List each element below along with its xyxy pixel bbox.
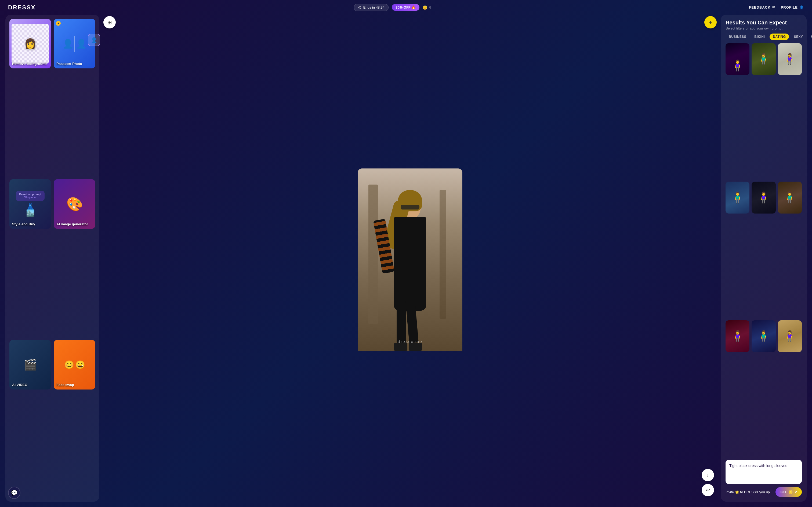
main-layout: 👩 Remove background 👤 👤 ★ Passport Photo xyxy=(0,15,812,507)
style-buy-label: Style and Buy xyxy=(12,222,35,227)
result-card-5[interactable]: 🧍‍♀️ xyxy=(752,182,775,214)
tab-dating[interactable]: DATING xyxy=(770,34,789,40)
grid-view-button[interactable]: ⊞ xyxy=(103,16,116,29)
card-face-swap[interactable]: 😊 😄 Face swap xyxy=(54,340,95,390)
feedback-button[interactable]: FEEDBACK ✉ xyxy=(749,5,775,9)
download-button[interactable]: ↓ xyxy=(702,469,714,481)
go-label: GO xyxy=(780,490,786,494)
main-photo: dressx.me xyxy=(358,168,462,364)
filter-tabs: BUSINESS BIKINI DATING SEXY WEDDING › xyxy=(725,34,802,40)
tab-sexy[interactable]: SEXY xyxy=(791,34,806,40)
prompt-box[interactable]: Tight black dress with long sleeves xyxy=(725,460,802,484)
coin-icon: 🪙 xyxy=(423,5,427,10)
profile-label: PROFILE xyxy=(781,5,798,9)
feedback-label: FEEDBACK xyxy=(749,5,770,9)
remove-bg-label: Remove background xyxy=(12,62,47,66)
card-ai-image[interactable]: 🎨 AI image generator xyxy=(54,179,95,229)
result-card-3[interactable]: 🧍‍♀️ xyxy=(778,43,802,75)
tab-bikini[interactable]: BIKINI xyxy=(751,34,768,40)
plus-icon: + xyxy=(709,18,712,26)
thumbnail-item[interactable]: 👤 xyxy=(88,34,100,46)
face-swap-label: Face swap xyxy=(56,383,74,387)
clock-icon: ⏱ xyxy=(358,5,362,10)
download-icon: ↓ xyxy=(707,472,709,478)
share-button[interactable]: ↩ xyxy=(702,484,714,496)
thumbnail-strip: 👤 xyxy=(88,34,100,46)
result-card-4[interactable]: 🧍‍♂️ xyxy=(725,182,750,214)
user-icon: 👤 xyxy=(799,5,804,9)
result-card-1[interactable]: 🧍‍♀️ xyxy=(725,43,750,75)
card-style-buy[interactable]: Based on prompt Shop now 👗 🏙️ Style and … xyxy=(9,179,51,229)
profile-button[interactable]: PROFILE 👤 xyxy=(781,5,804,9)
discount-badge[interactable]: 30% OFF 🔥 xyxy=(392,4,419,11)
side-actions: ↓ ↩ xyxy=(702,469,714,496)
go-button[interactable]: GO 🪙 2 xyxy=(775,487,802,497)
result-card-9[interactable]: 🧍‍♀️ xyxy=(778,320,802,352)
tab-business[interactable]: BUSINESS xyxy=(725,34,750,40)
ai-video-label: AI VIDEO xyxy=(12,383,28,387)
results-grid: 🧍‍♀️ 🧍‍♂️ 🧍‍♀️ 🧍‍♂️ � xyxy=(725,43,802,457)
add-photo-button[interactable]: + xyxy=(704,16,717,29)
ai-image-label: AI image generator xyxy=(56,222,88,227)
card-remove-bg[interactable]: 👩 Remove background xyxy=(9,19,51,68)
chat-button[interactable]: 💬 xyxy=(8,487,20,499)
mail-icon: ✉ xyxy=(772,5,775,9)
card-ai-video[interactable]: 🎬 AI VIDEO xyxy=(9,340,51,390)
logo: DRESSX xyxy=(8,4,36,11)
tab-wedding[interactable]: WEDDING xyxy=(808,34,812,40)
result-card-6[interactable]: 🧍‍♂️ xyxy=(778,182,802,214)
chat-icon: 💬 xyxy=(11,490,18,496)
canvas-area: ⊞ + 👤 xyxy=(103,15,717,502)
invite-text: Invite 🌟 to DRESSX you up xyxy=(725,490,773,494)
coins-badge: 🪙 4 xyxy=(423,5,431,10)
header: DRESSX ⏱ Ends in 48:34 30% OFF 🔥 🪙 4 FEE… xyxy=(0,0,812,15)
prompt-text: Tight black dress with long sleeves xyxy=(729,463,787,468)
watermark: dressx.me xyxy=(398,339,422,344)
header-center: ⏱ Ends in 48:34 30% OFF 🔥 🪙 4 xyxy=(354,4,431,11)
header-right: FEEDBACK ✉ PROFILE 👤 xyxy=(749,5,804,9)
canvas-toolbar: ⊞ + xyxy=(103,15,717,31)
result-card-7[interactable]: 🧍‍♀️ xyxy=(725,320,750,352)
go-coins: 2 xyxy=(795,490,797,494)
timer-badge: ⏱ Ends in 48:34 xyxy=(354,4,389,11)
left-panel: 👩 Remove background 👤 👤 ★ Passport Photo xyxy=(5,15,99,502)
go-coin-icon: 🪙 xyxy=(789,490,793,494)
result-card-2[interactable]: 🧍‍♂️ xyxy=(752,43,775,75)
invite-row: Invite 🌟 to DRESSX you up GO 🪙 2 xyxy=(725,487,802,497)
coins-count: 4 xyxy=(428,5,431,10)
right-panel: Results You Can Expect Select filters or… xyxy=(721,15,807,502)
share-icon: ↩ xyxy=(706,487,710,493)
canvas-image-area: 👤 xyxy=(103,31,717,502)
discount-label: 30% OFF 🔥 xyxy=(396,5,416,9)
result-card-8[interactable]: 🧍‍♂️ xyxy=(752,320,775,352)
passport-label: Passport Photo xyxy=(56,62,82,66)
results-title: Results You Can Expect Select filters or… xyxy=(725,19,802,30)
grid-icon: ⊞ xyxy=(107,19,112,25)
timer-label: Ends in 48:34 xyxy=(363,5,385,9)
